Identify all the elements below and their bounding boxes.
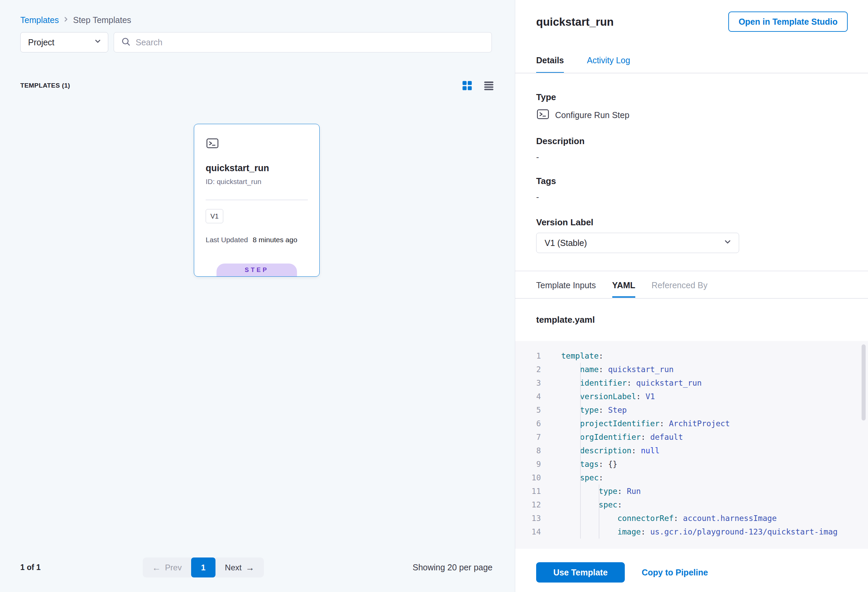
tab-template-inputs[interactable]: Template Inputs — [536, 280, 596, 298]
search-input[interactable] — [136, 38, 485, 47]
card-updated-row: Last Updated 8 minutes ago — [206, 236, 297, 244]
page-summary: 1 of 1 — [20, 563, 41, 572]
templates-count-label: TEMPLATES (1) — [20, 82, 70, 89]
yaml-line: 12 spec: — [515, 498, 868, 511]
yaml-line: 13 connectorRef: account.harnessImage — [515, 511, 868, 525]
yaml-code-lines: 1template:2 name: quickstart_run3 identi… — [515, 349, 868, 539]
indent-guide — [599, 484, 599, 539]
prev-label: Prev — [165, 563, 182, 572]
scope-select[interactable]: Project — [20, 32, 108, 52]
terminal-icon — [536, 107, 550, 123]
list-view-icon[interactable] — [483, 80, 495, 92]
type-label: Type — [536, 92, 556, 102]
yaml-line: 2 name: quickstart_run — [515, 363, 868, 376]
yaml-line: 4 versionLabel: V1 — [515, 390, 868, 403]
prev-page-button[interactable]: ← Prev — [143, 558, 191, 577]
detail-title: quickstart_run — [536, 16, 614, 28]
search-box — [114, 32, 492, 52]
tab-details[interactable]: Details — [536, 55, 564, 74]
version-badge: V1 — [206, 209, 223, 223]
updated-value: 8 minutes ago — [253, 236, 297, 244]
yaml-line: 1template: — [515, 349, 868, 363]
tags-value: - — [536, 192, 539, 202]
yaml-file-name: template.yaml — [536, 314, 595, 325]
pager-group: ← Prev 1 Next → — [143, 558, 264, 577]
breadcrumb: Templates Step Templates — [20, 15, 131, 25]
detail-tabs: Details Activity Log — [536, 55, 630, 74]
breadcrumb-templates-link[interactable]: Templates — [20, 15, 59, 25]
yaml-line: 8 description: null — [515, 444, 868, 458]
next-page-button[interactable]: Next → — [216, 558, 264, 577]
arrow-left-icon: ← — [152, 563, 161, 572]
yaml-line: 6 projectIdentifier: ArchitProject — [515, 417, 868, 430]
yaml-line: 14 image: us.gcr.io/playground-123/quick… — [515, 525, 868, 539]
list-header-row: TEMPLATES (1) — [20, 79, 495, 92]
yaml-line: 7 orgIdentifier: default — [515, 430, 868, 444]
grid-view-icon[interactable] — [461, 80, 473, 92]
type-value: Configure Run Step — [555, 110, 629, 120]
version-select[interactable]: V1 (Stable) — [536, 233, 739, 253]
description-value: - — [536, 152, 539, 162]
version-label: Version Label — [536, 217, 593, 228]
per-page-label: Showing 20 per page — [413, 562, 493, 572]
yaml-line: 11 type: Run — [515, 484, 868, 498]
section-divider — [515, 271, 868, 271]
copy-to-pipeline-link[interactable]: Copy to Pipeline — [642, 568, 708, 577]
yaml-line: 3 identifier: quickstart_run — [515, 376, 868, 390]
chevron-down-icon — [94, 37, 102, 47]
chevron-right-icon — [62, 15, 70, 25]
tab-activity-log[interactable]: Activity Log — [587, 55, 630, 74]
yaml-line: 9 tags: {} — [515, 458, 868, 471]
use-template-button[interactable]: Use Template — [536, 562, 625, 583]
template-card[interactable]: quickstart_run ID: quickstart_run V1 Las… — [194, 124, 320, 277]
version-select-value: V1 (Stable) — [545, 238, 587, 248]
indent-guide — [580, 363, 581, 539]
breadcrumb-current: Step Templates — [73, 15, 131, 25]
detail-sub-tabs: Template Inputs YAML Referenced By — [536, 280, 707, 298]
type-value-row: Configure Run Step — [536, 108, 629, 122]
pagination-row: 1 of 1 ← Prev 1 Next → Showing 20 per pa… — [0, 558, 515, 578]
code-scrollbar-thumb[interactable] — [862, 344, 866, 421]
scope-select-value: Project — [28, 38, 55, 47]
tab-referenced-by[interactable]: Referenced By — [651, 280, 707, 298]
detail-actions: Use Template Copy to Pipeline — [536, 562, 708, 583]
subtabs-divider — [515, 298, 868, 299]
updated-label: Last Updated — [206, 236, 248, 244]
card-id: ID: quickstart_run — [206, 178, 261, 186]
next-label: Next — [225, 563, 242, 572]
terminal-icon — [206, 136, 219, 151]
yaml-editor: 1template:2 name: quickstart_run3 identi… — [515, 341, 868, 549]
step-type-badge: STEP — [217, 264, 297, 276]
description-label: Description — [536, 136, 585, 146]
yaml-line: 5 type: Step — [515, 403, 868, 417]
tabs-divider — [515, 73, 868, 74]
card-divider — [206, 199, 308, 200]
template-details-panel: quickstart_run Open in Template Studio D… — [515, 0, 868, 592]
templates-list-panel: Templates Step Templates Project TEMPLAT… — [0, 0, 515, 592]
card-title: quickstart_run — [206, 163, 269, 174]
view-toggles — [461, 80, 495, 92]
search-icon — [121, 37, 131, 48]
open-in-template-studio-button[interactable]: Open in Template Studio — [728, 12, 848, 32]
tags-label: Tags — [536, 176, 556, 186]
arrow-right-icon: → — [246, 563, 254, 572]
chevron-down-icon — [723, 238, 732, 248]
yaml-line: 10 spec: — [515, 471, 868, 484]
page-1-button[interactable]: 1 — [191, 558, 216, 577]
app-root: Templates Step Templates Project TEMPLAT… — [0, 0, 868, 592]
tab-yaml[interactable]: YAML — [612, 280, 636, 298]
